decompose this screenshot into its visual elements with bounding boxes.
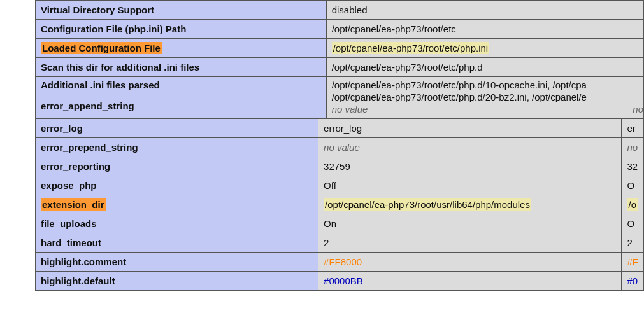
config-value: /opt/cpanel/ea-php73/root/etc xyxy=(326,20,643,39)
config-value: On xyxy=(318,214,622,233)
config-key: error_log xyxy=(36,119,318,138)
config-value: 2 xyxy=(318,233,622,253)
config-key: highlight.comment xyxy=(36,253,318,272)
config-key: file_uploads xyxy=(36,214,318,233)
config-value: /o xyxy=(622,195,644,214)
table-row: error_logerror_loger xyxy=(36,119,644,138)
table-row: Virtual Directory Supportdisabled xyxy=(36,1,644,20)
config-key: Virtual Directory Support xyxy=(36,1,327,20)
config-value: /opt/cpanel/ea-php73/root/usr/lib64/php/… xyxy=(318,195,622,214)
table-row: highlight.default#0000BB#0 xyxy=(36,272,644,291)
table-row: highlight.comment#FF8000#F xyxy=(36,253,644,272)
config-key: expose_php xyxy=(36,176,318,195)
table-row: file_uploadsOnO xyxy=(36,214,644,233)
table-row: Scan this dir for additional .ini files/… xyxy=(36,58,644,77)
config-value: /opt/cpanel/ea-php73/root/etc/php.ini xyxy=(326,39,643,58)
config-key: highlight.default xyxy=(36,272,318,291)
config-value: #0000BB xyxy=(318,272,622,291)
config-key: hard_timeout xyxy=(36,233,318,253)
config-value: 32759 xyxy=(318,157,622,176)
table-row: error_reporting3275932 xyxy=(36,157,644,176)
config-key: error_prepend_string xyxy=(36,138,318,157)
config-value: disabled xyxy=(326,1,643,20)
config-value: 32 xyxy=(622,157,644,176)
config-value: no xyxy=(622,138,644,157)
config-value: O xyxy=(622,214,644,233)
config-key: extension_dir xyxy=(36,195,318,214)
table-row: Additional .ini files parsederror_append… xyxy=(36,77,644,118)
table-row: Loaded Configuration File/opt/cpanel/ea-… xyxy=(36,39,644,58)
phpinfo-bottom-table: error_logerror_logererror_prepend_string… xyxy=(35,118,644,291)
config-key: Scan this dir for additional .ini files xyxy=(36,58,327,77)
config-value: O xyxy=(622,176,644,195)
table-row: error_prepend_stringno valueno xyxy=(36,138,644,157)
config-value: Off xyxy=(318,176,622,195)
config-value: 2 xyxy=(622,233,644,253)
config-key: Additional .ini files parsederror_append… xyxy=(36,77,327,118)
config-value: error_log xyxy=(318,119,622,138)
config-value: #0 xyxy=(622,272,644,291)
config-value: no value xyxy=(318,138,622,157)
table-row: extension_dir/opt/cpanel/ea-php73/root/u… xyxy=(36,195,644,214)
config-key: Loaded Configuration File xyxy=(36,39,327,58)
config-value: #F xyxy=(622,253,644,272)
table-row: expose_phpOffO xyxy=(36,176,644,195)
config-value: #FF8000 xyxy=(318,253,622,272)
table-row: Configuration File (php.ini) Path/opt/cp… xyxy=(36,20,644,39)
config-value: /opt/cpanel/ea-php73/root/etc/php.d xyxy=(326,58,643,77)
phpinfo-top-table: Virtual Directory SupportdisabledConfigu… xyxy=(35,0,644,118)
config-value: /opt/cpanel/ea-php73/root/etc/php.d/10-o… xyxy=(326,77,643,118)
config-key: error_reporting xyxy=(36,157,318,176)
table-row: hard_timeout22 xyxy=(36,233,644,253)
config-key: Configuration File (php.ini) Path xyxy=(36,20,327,39)
config-value: er xyxy=(622,119,644,138)
